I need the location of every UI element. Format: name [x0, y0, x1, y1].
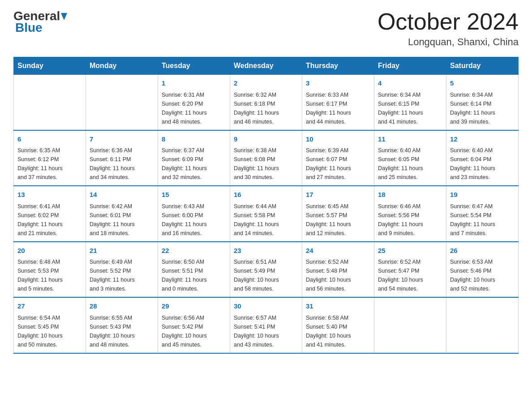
- day-info: Sunrise: 6:52 AMSunset: 5:47 PMDaylight:…: [378, 257, 442, 293]
- calendar-cell: 18Sunrise: 6:46 AMSunset: 5:56 PMDayligh…: [374, 186, 446, 242]
- day-number: 11: [378, 134, 442, 145]
- weekday-header-row: Sunday Monday Tuesday Wednesday Thursday…: [14, 57, 519, 75]
- calendar-cell: 6Sunrise: 6:35 AMSunset: 6:12 PMDaylight…: [14, 130, 86, 186]
- day-number: 16: [234, 190, 298, 200]
- day-number: 14: [90, 190, 154, 200]
- day-number: 9: [234, 134, 298, 145]
- calendar-cell: 24Sunrise: 6:52 AMSunset: 5:48 PMDayligh…: [302, 242, 374, 298]
- calendar-cell: 28Sunrise: 6:55 AMSunset: 5:43 PMDayligh…: [86, 297, 158, 353]
- day-number: 24: [306, 246, 370, 256]
- calendar-cell: 15Sunrise: 6:43 AMSunset: 6:00 PMDayligh…: [158, 186, 230, 242]
- day-number: 12: [450, 134, 515, 145]
- calendar-cell: 2Sunrise: 6:32 AMSunset: 6:18 PMDaylight…: [230, 75, 302, 130]
- day-info: Sunrise: 6:48 AMSunset: 5:53 PMDaylight:…: [17, 257, 82, 293]
- day-info: Sunrise: 6:39 AMSunset: 6:07 PMDaylight:…: [306, 146, 370, 182]
- day-info: Sunrise: 6:41 AMSunset: 6:02 PMDaylight:…: [17, 202, 82, 238]
- calendar-cell: 30Sunrise: 6:57 AMSunset: 5:41 PMDayligh…: [230, 297, 302, 353]
- day-info: Sunrise: 6:52 AMSunset: 5:48 PMDaylight:…: [306, 257, 370, 293]
- location-title: Longquan, Shanxi, China: [378, 36, 519, 48]
- calendar-cell: 9Sunrise: 6:38 AMSunset: 6:08 PMDaylight…: [230, 130, 302, 186]
- calendar-cell: 27Sunrise: 6:54 AMSunset: 5:45 PMDayligh…: [14, 297, 86, 353]
- day-number: 6: [17, 134, 82, 145]
- header-monday: Monday: [86, 57, 158, 75]
- calendar-cell: 31Sunrise: 6:58 AMSunset: 5:40 PMDayligh…: [302, 297, 374, 353]
- title-area: October 2024 Longquan, Shanxi, China: [378, 9, 519, 48]
- day-info: Sunrise: 6:46 AMSunset: 5:56 PMDaylight:…: [378, 202, 442, 238]
- header-tuesday: Tuesday: [158, 57, 230, 75]
- day-number: 28: [90, 301, 154, 312]
- calendar-cell: 26Sunrise: 6:53 AMSunset: 5:46 PMDayligh…: [446, 242, 519, 298]
- calendar-cell: 11Sunrise: 6:40 AMSunset: 6:05 PMDayligh…: [374, 130, 446, 186]
- calendar-cell: 12Sunrise: 6:40 AMSunset: 6:04 PMDayligh…: [446, 130, 519, 186]
- day-info: Sunrise: 6:42 AMSunset: 6:01 PMDaylight:…: [90, 202, 154, 238]
- month-title: October 2024: [378, 9, 519, 34]
- calendar-cell: 29Sunrise: 6:56 AMSunset: 5:42 PMDayligh…: [158, 297, 230, 353]
- calendar-cell: [374, 297, 446, 353]
- day-info: Sunrise: 6:31 AMSunset: 6:20 PMDaylight:…: [162, 90, 226, 126]
- calendar-cell: [446, 297, 519, 353]
- calendar-cell: 22Sunrise: 6:50 AMSunset: 5:51 PMDayligh…: [158, 242, 230, 298]
- calendar-cell: 10Sunrise: 6:39 AMSunset: 6:07 PMDayligh…: [302, 130, 374, 186]
- calendar-cell: 23Sunrise: 6:51 AMSunset: 5:49 PMDayligh…: [230, 242, 302, 298]
- calendar-cell: 1Sunrise: 6:31 AMSunset: 6:20 PMDaylight…: [158, 75, 230, 130]
- calendar-week-row: 13Sunrise: 6:41 AMSunset: 6:02 PMDayligh…: [14, 186, 519, 242]
- day-info: Sunrise: 6:56 AMSunset: 5:42 PMDaylight:…: [162, 313, 226, 349]
- logo-area: General Blue: [13, 9, 68, 35]
- day-number: 20: [17, 246, 82, 256]
- calendar-cell: 25Sunrise: 6:52 AMSunset: 5:47 PMDayligh…: [374, 242, 446, 298]
- calendar-body: 1Sunrise: 6:31 AMSunset: 6:20 PMDaylight…: [14, 75, 519, 353]
- day-number: 21: [90, 246, 154, 256]
- calendar-cell: 21Sunrise: 6:49 AMSunset: 5:52 PMDayligh…: [86, 242, 158, 298]
- day-number: 5: [450, 78, 515, 89]
- day-number: 3: [306, 78, 370, 89]
- day-number: 13: [17, 190, 82, 200]
- day-info: Sunrise: 6:50 AMSunset: 5:51 PMDaylight:…: [162, 257, 226, 293]
- header-wednesday: Wednesday: [230, 57, 302, 75]
- day-info: Sunrise: 6:32 AMSunset: 6:18 PMDaylight:…: [234, 90, 298, 126]
- calendar-week-row: 27Sunrise: 6:54 AMSunset: 5:45 PMDayligh…: [14, 297, 519, 353]
- day-info: Sunrise: 6:34 AMSunset: 6:15 PMDaylight:…: [378, 90, 442, 126]
- calendar-week-row: 20Sunrise: 6:48 AMSunset: 5:53 PMDayligh…: [14, 242, 519, 298]
- day-number: 22: [162, 246, 226, 256]
- header: General Blue October 2024 Longquan, Shan…: [13, 9, 519, 48]
- day-info: Sunrise: 6:36 AMSunset: 6:11 PMDaylight:…: [90, 146, 154, 182]
- calendar-cell: 8Sunrise: 6:37 AMSunset: 6:09 PMDaylight…: [158, 130, 230, 186]
- day-number: 2: [234, 78, 298, 89]
- header-friday: Friday: [374, 57, 446, 75]
- calendar-cell: 19Sunrise: 6:47 AMSunset: 5:54 PMDayligh…: [446, 186, 519, 242]
- day-number: 8: [162, 134, 226, 145]
- calendar-header: Sunday Monday Tuesday Wednesday Thursday…: [14, 57, 519, 75]
- day-info: Sunrise: 6:33 AMSunset: 6:17 PMDaylight:…: [306, 90, 370, 126]
- day-number: 18: [378, 190, 442, 200]
- logo-blue-text: Blue: [15, 21, 43, 35]
- day-info: Sunrise: 6:34 AMSunset: 6:14 PMDaylight:…: [450, 90, 515, 126]
- day-info: Sunrise: 6:57 AMSunset: 5:41 PMDaylight:…: [234, 313, 298, 349]
- day-number: 23: [234, 246, 298, 256]
- calendar-week-row: 6Sunrise: 6:35 AMSunset: 6:12 PMDaylight…: [14, 130, 519, 186]
- calendar-cell: 3Sunrise: 6:33 AMSunset: 6:17 PMDaylight…: [302, 75, 374, 130]
- header-sunday: Sunday: [14, 57, 86, 75]
- logo-triangle-icon: [61, 9, 67, 23]
- day-number: 26: [450, 246, 515, 256]
- day-number: 7: [90, 134, 154, 145]
- calendar-cell: 14Sunrise: 6:42 AMSunset: 6:01 PMDayligh…: [86, 186, 158, 242]
- day-info: Sunrise: 6:53 AMSunset: 5:46 PMDaylight:…: [450, 257, 515, 293]
- svg-marker-0: [61, 13, 67, 20]
- day-number: 27: [17, 301, 82, 312]
- header-thursday: Thursday: [302, 57, 374, 75]
- calendar-week-row: 1Sunrise: 6:31 AMSunset: 6:20 PMDaylight…: [14, 75, 519, 130]
- calendar-cell: 7Sunrise: 6:36 AMSunset: 6:11 PMDaylight…: [86, 130, 158, 186]
- calendar-cell: 13Sunrise: 6:41 AMSunset: 6:02 PMDayligh…: [14, 186, 86, 242]
- day-info: Sunrise: 6:49 AMSunset: 5:52 PMDaylight:…: [90, 257, 154, 293]
- day-number: 30: [234, 301, 298, 312]
- calendar-cell: 16Sunrise: 6:44 AMSunset: 5:58 PMDayligh…: [230, 186, 302, 242]
- day-number: 17: [306, 190, 370, 200]
- day-number: 31: [306, 301, 370, 312]
- calendar-cell: [14, 75, 86, 130]
- day-info: Sunrise: 6:43 AMSunset: 6:00 PMDaylight:…: [162, 202, 226, 238]
- day-info: Sunrise: 6:38 AMSunset: 6:08 PMDaylight:…: [234, 146, 298, 182]
- day-info: Sunrise: 6:47 AMSunset: 5:54 PMDaylight:…: [450, 202, 515, 238]
- day-info: Sunrise: 6:35 AMSunset: 6:12 PMDaylight:…: [17, 146, 82, 182]
- day-info: Sunrise: 6:45 AMSunset: 5:57 PMDaylight:…: [306, 202, 370, 238]
- day-number: 15: [162, 190, 226, 200]
